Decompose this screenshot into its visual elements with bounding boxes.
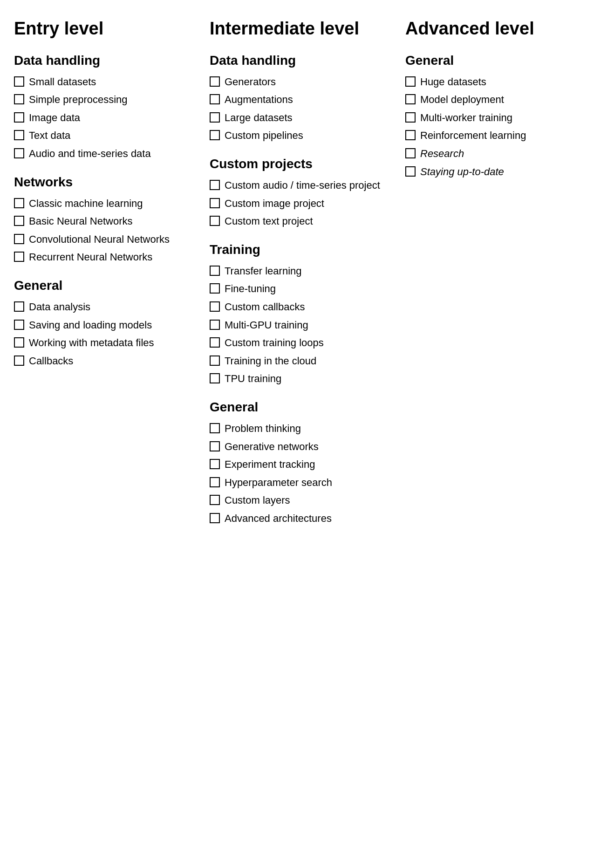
list-item[interactable]: Hyperparameter search	[210, 476, 396, 490]
checkbox-rnn[interactable]	[14, 252, 24, 262]
list-item[interactable]: Data analysis	[14, 301, 200, 314]
list-entry-general: Data analysisSaving and loading modelsWo…	[14, 301, 200, 368]
checkbox-custom-callbacks[interactable]	[210, 301, 220, 312]
list-item[interactable]: Basic Neural Networks	[14, 215, 200, 228]
list-item[interactable]: Image data	[14, 111, 200, 125]
checkbox-advanced-architectures[interactable]	[210, 513, 220, 523]
label-huge-datasets: Huge datasets	[420, 75, 592, 89]
list-item[interactable]: Research	[405, 147, 592, 161]
checkbox-multi-gpu[interactable]	[210, 320, 220, 330]
label-problem-thinking: Problem thinking	[225, 422, 396, 436]
checkbox-audio-time-series[interactable]	[14, 148, 24, 158]
checkbox-model-deployment[interactable]	[405, 94, 416, 104]
list-item[interactable]: Recurrent Neural Networks	[14, 251, 200, 264]
list-item[interactable]: Text data	[14, 129, 200, 143]
list-item[interactable]: Generative networks	[210, 440, 396, 454]
column-title-intermediate: Intermediate level	[210, 19, 396, 39]
checkbox-metadata-files[interactable]	[14, 337, 24, 348]
label-data-analysis: Data analysis	[29, 301, 200, 314]
list-item[interactable]: Custom text project	[210, 215, 396, 228]
checkbox-basic-nn[interactable]	[14, 216, 24, 226]
checkbox-hyperparameter-search[interactable]	[210, 477, 220, 487]
checkbox-reinforcement[interactable]	[405, 130, 416, 140]
checkbox-augmentations[interactable]	[210, 94, 220, 104]
list-entry-networks: Classic machine learningBasic Neural Net…	[14, 197, 200, 264]
checkbox-image-data[interactable]	[14, 112, 24, 123]
label-large-datasets: Large datasets	[225, 111, 396, 125]
list-item[interactable]: Augmentations	[210, 93, 396, 107]
section-title-entry-general: General	[14, 278, 200, 293]
checkbox-cloud-training[interactable]	[210, 355, 220, 366]
checkbox-transfer-learning[interactable]	[210, 266, 220, 276]
checkbox-experiment-tracking[interactable]	[210, 459, 220, 469]
label-callbacks: Callbacks	[29, 355, 200, 368]
checkbox-simple-preprocessing[interactable]	[14, 94, 24, 104]
label-augmentations: Augmentations	[225, 93, 396, 107]
list-item[interactable]: Classic machine learning	[14, 197, 200, 211]
label-classic-ml: Classic machine learning	[29, 197, 200, 211]
list-item[interactable]: Small datasets	[14, 75, 200, 89]
list-item[interactable]: Generators	[210, 75, 396, 89]
list-item[interactable]: Training in the cloud	[210, 355, 396, 368]
checkbox-generators[interactable]	[210, 76, 220, 87]
checkbox-generative-networks[interactable]	[210, 441, 220, 451]
checkbox-custom-pipelines[interactable]	[210, 130, 220, 140]
label-tpu-training: TPU training	[225, 372, 396, 386]
list-item[interactable]: Audio and time-series data	[14, 147, 200, 161]
label-advanced-architectures: Advanced architectures	[225, 512, 396, 526]
list-item[interactable]: TPU training	[210, 372, 396, 386]
label-saving-loading: Saving and loading models	[29, 319, 200, 332]
checkbox-problem-thinking[interactable]	[210, 423, 220, 433]
checkbox-data-analysis[interactable]	[14, 301, 24, 312]
list-int-data: GeneratorsAugmentationsLarge datasetsCus…	[210, 75, 396, 143]
checkbox-custom-image[interactable]	[210, 198, 220, 208]
label-rnn: Recurrent Neural Networks	[29, 251, 200, 264]
checkbox-custom-text[interactable]	[210, 216, 220, 226]
list-item[interactable]: Advanced architectures	[210, 512, 396, 526]
checkbox-classic-ml[interactable]	[14, 198, 24, 208]
checkbox-tpu-training[interactable]	[210, 373, 220, 383]
main-columns: Entry levelData handlingSmall datasetsSi…	[14, 19, 600, 530]
list-item[interactable]: Custom audio / time-series project	[210, 179, 396, 192]
list-item[interactable]: Simple preprocessing	[14, 93, 200, 107]
list-item[interactable]: Transfer learning	[210, 265, 396, 278]
list-item[interactable]: Custom callbacks	[210, 301, 396, 314]
list-item[interactable]: Staying up-to-date	[405, 165, 592, 179]
list-item[interactable]: Problem thinking	[210, 422, 396, 436]
list-item[interactable]: Custom training loops	[210, 336, 396, 350]
checkbox-research[interactable]	[405, 148, 416, 158]
list-item[interactable]: Large datasets	[210, 111, 396, 125]
checkbox-callbacks[interactable]	[14, 355, 24, 366]
checkbox-custom-loops[interactable]	[210, 337, 220, 348]
list-item[interactable]: Experiment tracking	[210, 458, 396, 472]
checkbox-text-data[interactable]	[14, 130, 24, 140]
checkbox-cnn[interactable]	[14, 234, 24, 244]
list-item[interactable]: Callbacks	[14, 355, 200, 368]
checkbox-multi-worker[interactable]	[405, 112, 416, 123]
list-item[interactable]: Multi-GPU training	[210, 319, 396, 332]
checkbox-saving-loading[interactable]	[14, 320, 24, 330]
label-custom-loops: Custom training loops	[225, 336, 396, 350]
checkbox-staying-updated[interactable]	[405, 166, 416, 177]
list-item[interactable]: Custom image project	[210, 197, 396, 211]
list-item[interactable]: Huge datasets	[405, 75, 592, 89]
checkbox-large-datasets[interactable]	[210, 112, 220, 123]
checkbox-fine-tuning[interactable]	[210, 283, 220, 294]
checkbox-huge-datasets[interactable]	[405, 76, 416, 87]
list-item[interactable]: Custom layers	[210, 494, 396, 507]
list-item[interactable]: Model deployment	[405, 93, 592, 107]
label-multi-gpu: Multi-GPU training	[225, 319, 396, 332]
column-advanced: Advanced levelGeneralHuge datasetsModel …	[405, 19, 601, 183]
section-title-int-training: Training	[210, 242, 396, 257]
list-item[interactable]: Fine-tuning	[210, 282, 396, 296]
list-item[interactable]: Multi-worker training	[405, 111, 592, 125]
list-item[interactable]: Convolutional Neural Networks	[14, 233, 200, 246]
label-small-datasets: Small datasets	[29, 75, 200, 89]
checkbox-small-datasets[interactable]	[14, 76, 24, 87]
list-item[interactable]: Saving and loading models	[14, 319, 200, 332]
checkbox-custom-layers[interactable]	[210, 495, 220, 505]
list-item[interactable]: Working with metadata files	[14, 336, 200, 350]
list-item[interactable]: Custom pipelines	[210, 129, 396, 143]
list-item[interactable]: Reinforcement learning	[405, 129, 592, 143]
checkbox-custom-audio[interactable]	[210, 180, 220, 190]
